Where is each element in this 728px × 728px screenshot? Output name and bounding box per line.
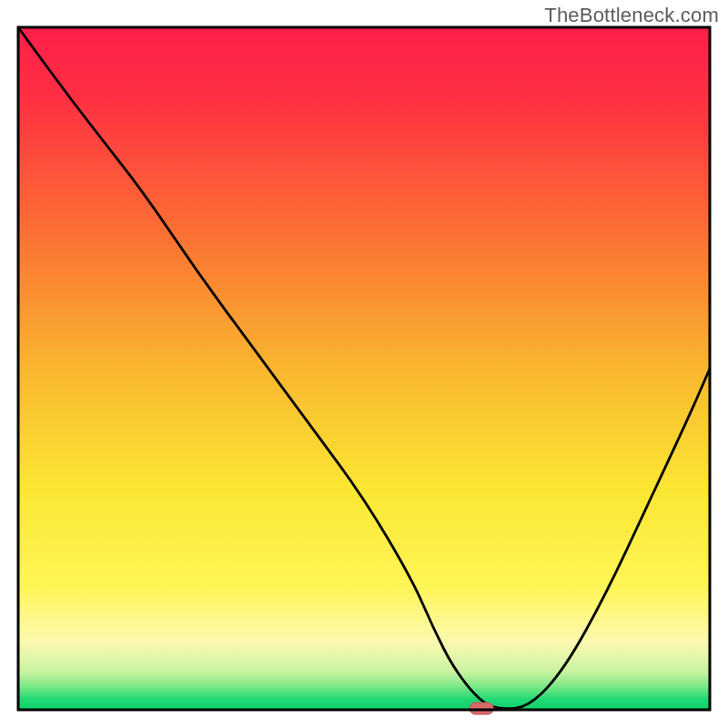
gradient-background bbox=[18, 27, 710, 710]
chart-container: { "watermark": "TheBottleneck.com", "col… bbox=[0, 0, 728, 728]
bottleneck-chart bbox=[0, 0, 728, 728]
